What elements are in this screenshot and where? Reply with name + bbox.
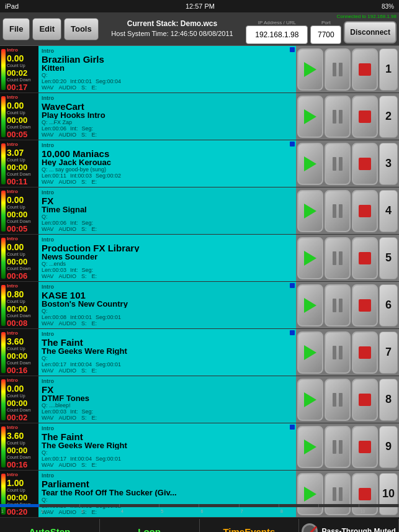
play-button[interactable] (297, 96, 323, 138)
count-down-label: Count Down (7, 219, 38, 223)
track-title: The Faint (42, 431, 293, 441)
host-time: Host System Time: 12:46:50 08/08/2011 (99, 29, 246, 38)
stop-button[interactable] (352, 331, 378, 374)
track-q: Q: (42, 308, 293, 314)
track-info[interactable]: Intro Parliament Tear the Roof Off The S… (38, 471, 296, 517)
pause-button[interactable] (325, 190, 351, 232)
stop-button[interactable] (352, 143, 378, 185)
pause-button[interactable] (325, 426, 351, 468)
play-button[interactable] (297, 426, 323, 468)
pause-button[interactable] (325, 473, 351, 515)
header: File Edit Tools Current Stack: Demo.wcs … (0, 12, 399, 46)
ip-input[interactable] (246, 25, 308, 44)
main-time: 0.80 (7, 290, 38, 299)
tools-button[interactable]: Tools (64, 18, 99, 40)
play-button[interactable] (297, 237, 323, 279)
track-subtitle: Kitten (42, 63, 293, 72)
timeevents-button[interactable]: TimeEvents (200, 519, 300, 532)
track-info-wrapper[interactable]: Intro Parliament Tear the Roof Off The S… (38, 471, 296, 517)
play-button[interactable] (297, 48, 323, 91)
track-info[interactable]: Intro FX DTMF Tones Q: ....bleep! Len:00… (38, 376, 296, 423)
track-info-wrapper[interactable]: Intro FX DTMF Tones Q: ....bleep! Len:00… (38, 376, 296, 423)
count-down: 00:08 (7, 319, 38, 327)
track-timing-wrapper: Intro 0.00 Count Up 00:00 Count Down 00:… (0, 376, 38, 423)
track-info[interactable]: Intro The Faint The Geeks Were Right Q: … (38, 329, 296, 376)
vu-meter (0, 376, 6, 423)
track-title: Parliament (42, 479, 293, 488)
track-info[interactable]: Intro Production FX Library News Sounder… (38, 235, 296, 281)
track-timing-wrapper: Intro 0.80 Count Up 00:00 Count Down 00:… (0, 282, 38, 328)
track-info-wrapper[interactable]: Intro The Faint The Geeks Were Right Q: … (38, 423, 296, 470)
pause-button[interactable] (325, 96, 351, 138)
track-timing-wrapper: Intro 3.07 Count Up 00:00 Count Down 00:… (0, 140, 38, 187)
track-title: Brazilian Girls (42, 54, 293, 63)
track-source: Intro (42, 189, 293, 196)
track-source: Intro (42, 284, 293, 290)
count-down: 00:17 (7, 83, 38, 91)
track-info-wrapper[interactable]: Intro KASE 101 Boston's New Country Q: L… (38, 282, 296, 328)
pause-icon (333, 346, 343, 359)
track-title: KASE 101 (42, 290, 293, 299)
ip-label: IP Address / URL (258, 20, 296, 25)
pause-button[interactable] (325, 48, 351, 91)
play-button[interactable] (297, 331, 323, 374)
play-button[interactable] (297, 190, 323, 232)
stop-button[interactable] (352, 48, 378, 91)
stop-button[interactable] (352, 190, 378, 232)
track-info[interactable]: Intro FX Time Signal Q: Len:00:06 Int: S… (38, 187, 296, 234)
stop-icon (359, 346, 371, 359)
track-info-wrapper[interactable]: Intro FX Time Signal Q: Len:00:06 Int: S… (38, 187, 296, 234)
track-meta: Len:00:20 Int:00:01 Seg:00:04 (42, 78, 293, 84)
track-info[interactable]: Intro 10,000 Maniacs Hey Jack Kerouac Q:… (38, 140, 296, 187)
tracks-container: Intro 0.00 Count Up 00:02 Count Down 00:… (0, 46, 399, 519)
port-input[interactable] (310, 25, 341, 44)
play-button[interactable] (297, 143, 323, 185)
edit-button[interactable]: Edit (32, 18, 61, 40)
count-down-label: Count Down (7, 172, 38, 176)
stop-icon (359, 299, 371, 312)
track-meta: Len:00:17 Int:00:04 Seg:00:01 (42, 361, 293, 367)
timing-panel: Intro 0.80 Count Up 00:00 Count Down 00:… (6, 282, 38, 328)
track-controls: 6 (296, 282, 399, 328)
stop-button[interactable] (352, 379, 378, 421)
play-button[interactable] (297, 284, 323, 327)
stop-button[interactable] (352, 426, 378, 468)
pause-button[interactable] (325, 284, 351, 327)
play-button[interactable] (297, 379, 323, 421)
stop-button[interactable] (352, 284, 378, 327)
stop-button[interactable] (352, 237, 378, 279)
track-info-wrapper[interactable]: Intro 10,000 Maniacs Hey Jack Kerouac Q:… (38, 140, 296, 187)
intro-label: Intro (7, 283, 38, 289)
track-info[interactable]: Intro Brazilian Girls Kitten Q: Len:00:2… (38, 46, 296, 92)
track-q: Q: ....bleep! (42, 402, 293, 408)
count-down-label: Count Down (7, 125, 38, 129)
timing-panel: Intro 0.00 Count Up 00:00 Count Down 00:… (6, 93, 38, 140)
vu-meter (0, 140, 6, 187)
track-info-wrapper[interactable]: Intro The Faint The Geeks Were Right Q: … (38, 329, 296, 376)
track-info-wrapper[interactable]: Intro WaveCart Play Hooks Intro Q: ...FX… (38, 93, 296, 140)
count-up-label: Count Up (7, 299, 38, 304)
vu-meter (0, 93, 6, 140)
main-time: 3.60 (7, 337, 38, 346)
disconnect-button[interactable]: Disconnect (344, 21, 397, 43)
stop-button[interactable] (352, 473, 378, 515)
file-button[interactable]: File (2, 18, 30, 40)
track-info-wrapper[interactable]: Intro Production FX Library News Sounder… (38, 235, 296, 281)
track-info[interactable]: Intro The Faint The Geeks Were Right Q: … (38, 423, 296, 470)
pause-button[interactable] (325, 237, 351, 279)
passthrough-button[interactable]: Pass-Through Muted (299, 519, 399, 532)
stop-button[interactable] (352, 96, 378, 138)
count-up: 00:00 (7, 163, 38, 171)
pause-button[interactable] (325, 379, 351, 421)
pause-button[interactable] (325, 331, 351, 374)
count-down-label: Count Down (7, 455, 38, 459)
loop-button[interactable]: Loop (100, 519, 200, 532)
pause-button[interactable] (325, 143, 351, 185)
autostep-button[interactable]: AutoStep (0, 519, 100, 532)
track-info[interactable]: Intro WaveCart Play Hooks Intro Q: ...FX… (38, 93, 296, 140)
track-info[interactable]: Intro KASE 101 Boston's New Country Q: L… (38, 282, 296, 328)
stop-icon (359, 488, 371, 500)
track-number: 3 (379, 143, 398, 185)
pause-icon (333, 63, 343, 76)
track-info-wrapper[interactable]: Intro Brazilian Girls Kitten Q: Len:00:2… (38, 46, 296, 92)
